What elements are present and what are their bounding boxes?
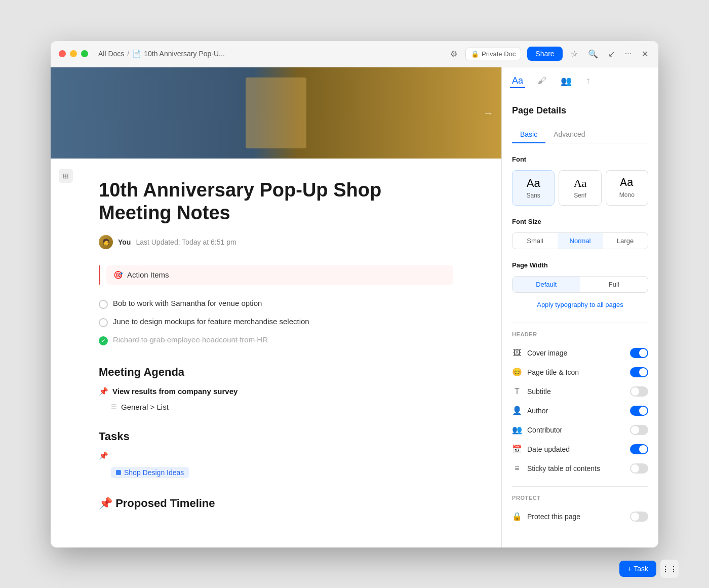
todo-list: Bob to work with Samantha for venue opti… [99, 295, 453, 349]
author-name: You [118, 238, 131, 246]
task-badge[interactable]: Shop Design Ideas [111, 467, 189, 478]
font-option-mono[interactable]: Aa Mono [606, 170, 648, 206]
toggle-page-title: 😊 Page title & Icon [512, 363, 648, 382]
panel-tool-paint[interactable]: 🖌 [535, 73, 548, 88]
font-option-serif[interactable]: Aa Serif [559, 170, 601, 206]
action-items-block: 🎯 Action Items [99, 265, 453, 285]
toggle-contributor: 👥 Contributor [512, 420, 648, 440]
task-bullet-list: Shop Design Ideas [99, 464, 453, 481]
document-area: → ⊞ 10th Anniversary Pop-Up Shop Meeting… [51, 67, 501, 547]
doc-body: 10th Anniversary Pop-Up Shop Meeting Not… [58, 159, 494, 547]
panel-tool-export[interactable]: ↑ [584, 73, 593, 88]
cover-image-toggle[interactable] [630, 348, 648, 358]
timeline-title: Proposed Timeline [115, 497, 215, 509]
breadcrumb-doc-title[interactable]: 10th Anniversary Pop-U... [144, 50, 225, 58]
font-name-mono: Mono [610, 191, 644, 199]
action-block-header: 🎯 Action Items [106, 265, 453, 285]
page-title-toggle[interactable] [630, 367, 648, 377]
width-default[interactable]: Default [513, 277, 580, 292]
panel-tool-text[interactable]: Aa [510, 73, 525, 88]
traffic-lights [59, 50, 88, 57]
contributor-toggle[interactable] [630, 425, 648, 435]
search-icon[interactable]: 🔍 [586, 47, 600, 61]
agenda-text-1: View results from company survey [112, 387, 238, 396]
bottom-bar: + Task ⋮⋮ [619, 560, 679, 578]
width-full[interactable]: Full [580, 277, 648, 292]
pin-icon: 📌 [99, 387, 108, 396]
todo-checkbox-3[interactable]: ✓ [99, 336, 108, 345]
task-badge-dot [116, 470, 121, 475]
toggle-date-updated: 📅 Date updated [512, 440, 648, 459]
author-label: Author [527, 407, 548, 415]
action-block-title: Action Items [127, 270, 169, 279]
font-label: Font [512, 155, 648, 163]
close-button[interactable] [59, 50, 66, 57]
todo-text-2: June to design mockups for feature merch… [113, 317, 309, 326]
panel-tool-users[interactable]: 👥 [559, 73, 574, 89]
header-group-label: HEADER [512, 331, 648, 337]
font-size-label: Font Size [512, 218, 648, 225]
panel-body: Page Details Basic Advanced Font Aa Sans… [502, 95, 658, 547]
todo-item: Bob to work with Samantha for venue opti… [99, 295, 453, 313]
tab-basic[interactable]: Basic [512, 126, 545, 143]
panel-divider-2 [512, 486, 648, 487]
page-title-label: Page title & Icon [527, 368, 579, 376]
breadcrumb: All Docs / 📄 10th Anniversary Pop-U... [98, 50, 225, 58]
subtitle-label: Subtitle [527, 387, 551, 396]
todo-item: ✓ Richard to grab employee headcount fro… [99, 331, 453, 349]
contributor-label: Contributor [527, 426, 562, 434]
toggle-sticky-toc: ≡ Sticky table of contents [512, 459, 648, 478]
tab-advanced[interactable]: Advanced [545, 126, 593, 143]
todo-text-1: Bob to work with Samantha for venue opti… [113, 299, 262, 307]
subtitle-toggle[interactable] [630, 386, 648, 397]
more-icon[interactable]: ··· [623, 47, 634, 60]
panel-divider-1 [512, 323, 648, 323]
task-button[interactable]: + Task [619, 561, 656, 577]
settings-icon[interactable]: ⚙ [448, 47, 459, 61]
sticky-toc-toggle[interactable] [630, 463, 648, 474]
star-icon[interactable]: ☆ [569, 47, 580, 61]
font-option-sans[interactable]: Aa Sans [512, 170, 555, 206]
font-name-sans: Sans [517, 192, 550, 199]
page-width-label: Page Width [512, 261, 648, 269]
toggle-cover-image: 🖼 Cover image [512, 343, 648, 363]
minimize-button[interactable] [70, 50, 77, 57]
font-preview-mono: Aa [610, 177, 644, 189]
share-button[interactable]: Share [527, 47, 562, 61]
protect-label-text: Protect this page [527, 513, 580, 521]
timeline-pin-icon: 📌 [99, 497, 115, 509]
font-options: Aa Sans Aa Serif Aa Mono [512, 170, 648, 206]
contributor-icon: 👥 [512, 425, 522, 435]
main-content: → ⊞ 10th Anniversary Pop-Up Shop Meeting… [51, 67, 658, 547]
apply-typography-link[interactable]: Apply typography to all pages [512, 297, 648, 312]
sticky-toc-label: Sticky table of contents [527, 464, 600, 473]
todo-checkbox-2[interactable] [99, 318, 108, 327]
font-preview-serif: Aa [563, 177, 597, 190]
date-updated-toggle[interactable] [630, 444, 648, 454]
author-avatar: 🧑 [99, 235, 113, 249]
privacy-badge[interactable]: 🔒 Private Doc [465, 48, 521, 60]
section-heading-timeline: 📌 Proposed Timeline [99, 497, 453, 510]
doc-icon: 📄 [132, 50, 141, 58]
cover-arrow-icon: → [483, 107, 493, 119]
page-title-icon: 😊 [512, 367, 522, 377]
author-toggle[interactable] [630, 406, 648, 416]
size-large[interactable]: Large [603, 233, 648, 249]
size-options: Small Normal Large [512, 232, 648, 249]
agenda-item-1: 📌 View results from company survey [99, 387, 453, 396]
sidebar-toggle[interactable]: ⊞ [59, 169, 73, 183]
expand-icon[interactable]: ↙ [606, 47, 617, 61]
size-small[interactable]: Small [513, 233, 558, 249]
tasks-pin-icon: 📌 [99, 451, 108, 460]
author-icon: 👤 [512, 406, 522, 415]
size-normal[interactable]: Normal [558, 233, 603, 249]
close-icon[interactable]: ✕ [640, 47, 650, 61]
toggle-author: 👤 Author [512, 401, 648, 420]
todo-checkbox-1[interactable] [99, 300, 108, 309]
breadcrumb-all-docs[interactable]: All Docs [98, 50, 124, 58]
apps-button[interactable]: ⋮⋮ [660, 560, 679, 578]
breadcrumb-separator: / [127, 50, 129, 58]
right-panel: Aa 🖌 👥 ↑ Page Details Basic Advanced Fon… [501, 67, 658, 547]
protect-page-toggle[interactable] [630, 512, 648, 522]
maximize-button[interactable] [81, 50, 88, 57]
